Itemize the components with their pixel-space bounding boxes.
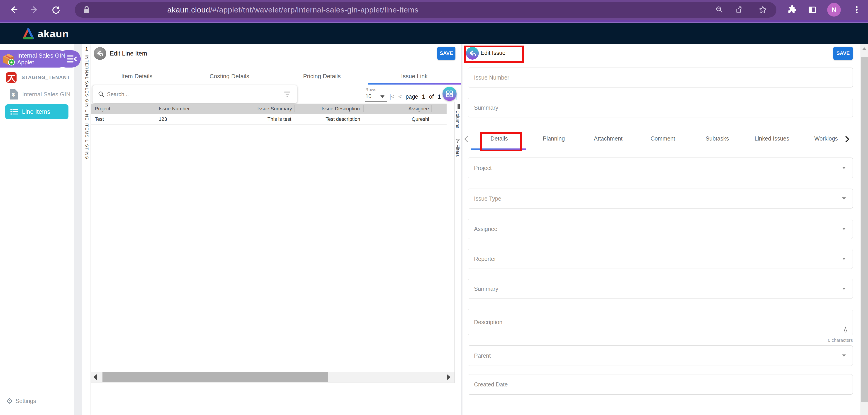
prev-page-button[interactable]: < xyxy=(398,93,402,100)
tab-comment[interactable]: Comment xyxy=(651,127,675,150)
bookmark-star-icon[interactable] xyxy=(758,5,767,14)
page: akaun.cloud/#/applet/tnt/wavelet/erp/int… xyxy=(0,0,868,415)
collapse-menu-icon[interactable] xyxy=(66,53,78,65)
col-issue-summary[interactable]: Issue Summary xyxy=(257,103,292,114)
horizontal-scroll-thumb[interactable] xyxy=(102,372,328,382)
sidebar-item-line-items[interactable]: Line Items xyxy=(5,104,68,119)
cell-issue-number: 123 xyxy=(159,114,167,124)
extensions-puzzle-icon[interactable] xyxy=(786,4,797,15)
horizontal-scrollbar[interactable] xyxy=(91,372,455,383)
cell-issue-summary: This is test xyxy=(268,114,291,124)
reporter-dropdown[interactable]: Reporter xyxy=(468,249,853,269)
dropdown-caret-icon[interactable] xyxy=(842,228,846,230)
tab-issue-link[interactable]: Issue Link xyxy=(368,69,461,83)
columns-side-tab[interactable]: Columns xyxy=(455,103,461,128)
tab-attachment[interactable]: Attachment xyxy=(594,127,622,150)
browser-menu-icon[interactable] xyxy=(851,4,862,15)
issue-number-field[interactable]: Issue Number xyxy=(468,68,853,88)
details-tab-annotation-box xyxy=(480,132,522,151)
issue-type-placeholder: Issue Type xyxy=(474,195,501,202)
share-icon[interactable] xyxy=(734,5,743,14)
scroll-up-icon[interactable] xyxy=(862,47,867,50)
filter-list-icon[interactable] xyxy=(284,91,290,97)
document-dollar-icon: $ xyxy=(9,89,18,99)
dropdown-caret-icon[interactable] xyxy=(842,288,846,290)
browser-forward-icon[interactable] xyxy=(29,4,39,15)
summary-dropdown[interactable]: Summary xyxy=(468,279,853,299)
filters-side-tab[interactable]: Filters xyxy=(455,138,461,157)
cell-issue-description: Test description xyxy=(326,114,360,124)
tab-pricing-details[interactable]: Pricing Details xyxy=(276,69,368,83)
summary-details-placeholder: Summary xyxy=(474,286,498,292)
tab-subtasks[interactable]: Subtasks xyxy=(706,127,729,150)
line-item-back-button[interactable] xyxy=(94,47,106,60)
col-issue-number[interactable]: Issue Number xyxy=(159,103,190,114)
tab-linked-issues[interactable]: Linked Issues xyxy=(755,127,789,150)
sidebar-item-module[interactable]: $ Internal Sales GIN xyxy=(9,89,70,100)
assignee-dropdown[interactable]: Assignee xyxy=(468,219,853,239)
tab-costing-details[interactable]: Costing Details xyxy=(183,69,276,83)
description-textarea[interactable]: Description xyxy=(468,309,853,335)
url-path: /#/applet/tnt/wavelet/erp/internal-sales… xyxy=(210,5,418,14)
browser-refresh-icon[interactable] xyxy=(51,4,61,15)
first-page-button[interactable]: |< xyxy=(390,93,395,100)
sidebar-item-tenant[interactable]: STAGING_TENANT xyxy=(6,72,70,83)
col-assignee[interactable]: Assignee xyxy=(408,103,429,114)
project-dropdown[interactable]: Project xyxy=(468,158,853,179)
tabs-scroll-left-icon[interactable] xyxy=(464,136,470,142)
search-icon xyxy=(98,91,105,98)
dropdown-caret-icon[interactable] xyxy=(842,258,846,260)
col-project[interactable]: Project xyxy=(95,103,110,114)
vertical-scrollbar[interactable] xyxy=(861,44,868,415)
sidebar-item-settings[interactable]: ⚙ Settings xyxy=(6,396,36,406)
scroll-right-icon[interactable] xyxy=(447,374,451,380)
rows-per-page-select[interactable]: 10 xyxy=(365,93,372,99)
svg-text:✈: ✈ xyxy=(10,60,13,65)
parent-dropdown[interactable]: Parent xyxy=(468,345,853,366)
applet-title: Internal Sales GIN Applet xyxy=(17,52,65,66)
brand-logo: akaun xyxy=(22,23,69,44)
edit-line-item-panel: Edit Line Item SAVE Item Details Costing… xyxy=(91,44,461,415)
browser-back-icon[interactable] xyxy=(9,4,19,15)
table-row[interactable]: Test 123 This is test Test description Q… xyxy=(91,114,446,125)
assignee-placeholder: Assignee xyxy=(474,226,497,232)
issue-number-placeholder: Issue Number xyxy=(474,74,509,81)
siderail-divider-2 xyxy=(455,161,461,161)
total-pages: 1 xyxy=(438,93,441,100)
summary-field[interactable]: Summary xyxy=(468,98,853,118)
dropdown-caret-icon[interactable] xyxy=(842,197,846,200)
resize-handle-icon[interactable] xyxy=(841,326,847,333)
page-word: page xyxy=(406,93,418,100)
side-panel-icon[interactable] xyxy=(807,4,817,15)
breadcrumb-rail: 1 INTERNAL SALES GIN LINE ITEMS LISTING xyxy=(82,44,91,415)
tab-item-details[interactable]: Item Details xyxy=(91,69,183,83)
cell-assignee: Qureshi xyxy=(412,114,429,124)
settings-label: Settings xyxy=(16,398,36,404)
col-issue-description[interactable]: Issue Description xyxy=(321,103,360,114)
back-arrow-icon xyxy=(96,50,104,58)
scroll-left-icon[interactable] xyxy=(93,374,97,380)
tenant-icon xyxy=(6,72,17,83)
package-box-icon: ✈ xyxy=(1,52,16,67)
tab-planning[interactable]: Planning xyxy=(543,127,565,150)
rows-select-caret-icon[interactable] xyxy=(380,95,384,98)
gear-icon: ⚙ xyxy=(6,397,13,405)
sidebar-item-applet[interactable]: ✈ Internal Sales GIN Applet xyxy=(0,50,68,68)
line-item-save-button[interactable]: SAVE xyxy=(437,47,456,60)
issue-save-button[interactable]: SAVE xyxy=(833,47,853,60)
issue-type-dropdown[interactable]: Issue Type xyxy=(468,189,853,209)
search-input[interactable]: Search... xyxy=(92,85,297,103)
created-date-field[interactable]: Created Date xyxy=(468,374,853,394)
akaun-triangle-icon xyxy=(22,28,34,40)
url-bar[interactable]: akaun.cloud/#/applet/tnt/wavelet/erp/int… xyxy=(75,2,776,18)
edit-issue-panel: Edit Issue SAVE Issue Number Summary Det… xyxy=(462,44,861,415)
dropdown-caret-icon[interactable] xyxy=(842,167,846,169)
grid-view-button[interactable] xyxy=(442,87,457,101)
dropdown-caret-icon[interactable] xyxy=(842,354,846,357)
vertical-scroll-thumb[interactable] xyxy=(861,57,868,402)
tab-worklogs[interactable]: Worklogs xyxy=(814,127,838,150)
browser-profile-avatar[interactable]: N xyxy=(827,3,841,17)
zoom-icon[interactable] xyxy=(715,5,724,14)
rows-label: Rows xyxy=(365,87,376,92)
tabs-scroll-right-icon[interactable] xyxy=(843,136,849,142)
